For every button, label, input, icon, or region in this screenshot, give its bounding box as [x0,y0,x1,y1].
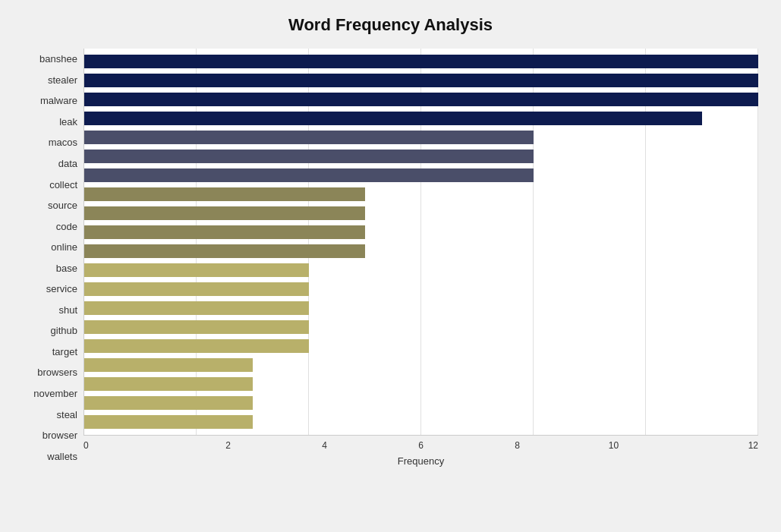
bar [84,187,365,201]
bar [84,225,365,239]
bar-row [84,71,758,90]
y-label: target [52,343,77,360]
y-label: source [48,197,77,214]
bar-row [84,146,758,165]
bar-row [84,261,758,280]
y-label: github [51,323,77,339]
bar [84,301,309,315]
y-label: browsers [37,364,77,381]
y-label: steal [57,406,77,423]
bar [84,377,253,391]
y-label: service [46,281,77,297]
bar [84,263,309,277]
bar [84,320,309,334]
bar [84,415,253,429]
y-label: leak [59,113,77,130]
bar-row [84,241,758,260]
bar-row [84,337,758,356]
x-axis-label: Frequency [83,455,758,467]
x-tick: 6 [373,440,469,451]
bar-row [84,109,758,127]
y-label: online [51,239,77,256]
bar [84,339,309,353]
bar [84,112,702,125]
bar [84,74,758,87]
bar [84,150,534,163]
y-label: stealer [48,71,77,88]
y-label: macos [49,134,77,151]
bar-row [84,127,758,146]
bar-row [84,52,758,71]
bar [84,131,534,144]
bar-row [84,413,758,432]
bar-row [84,280,758,299]
y-label: november [33,386,77,402]
x-tick: 8 [469,440,565,451]
bar [84,244,365,258]
bar [84,282,309,296]
bar-row [84,222,758,241]
y-label: base [56,260,77,276]
y-label: collect [49,176,77,193]
bar-row [84,394,758,413]
x-axis: 024681012 [83,439,758,451]
bar-row [84,165,758,184]
y-label: malware [40,93,77,109]
bar-row [84,90,758,109]
x-tick: 12 [662,440,758,451]
bar [84,93,758,106]
x-tick: 10 [565,440,662,451]
bar-row [84,318,758,337]
bar-row [84,356,758,375]
y-label: browser [43,427,77,444]
bar [84,396,253,410]
bars-container [84,49,758,435]
y-label: shut [58,301,77,318]
y-axis: bansheestealermalwareleakmacosdatacollec… [23,49,83,467]
bar [84,206,365,220]
x-tick: 4 [276,440,373,451]
bar-row [84,299,758,318]
bar [84,358,253,372]
bar-row [84,184,758,203]
y-label: data [58,156,77,172]
chart-title: Word Frequency Analysis [23,15,758,35]
chart-area: bansheestealermalwareleakmacosdatacollec… [23,49,758,467]
y-label: banshee [39,51,77,68]
x-tick: 2 [180,440,276,451]
bar-row [84,375,758,394]
x-tick: 0 [83,440,180,451]
bars-wrapper [83,49,758,436]
chart-container: Word Frequency Analysis bansheestealerma… [0,0,781,532]
bar [84,55,758,68]
bar-row [84,203,758,222]
y-label: wallets [47,448,77,464]
plot-area: 024681012 Frequency [83,49,758,467]
y-label: code [56,218,77,235]
bar [84,168,534,182]
